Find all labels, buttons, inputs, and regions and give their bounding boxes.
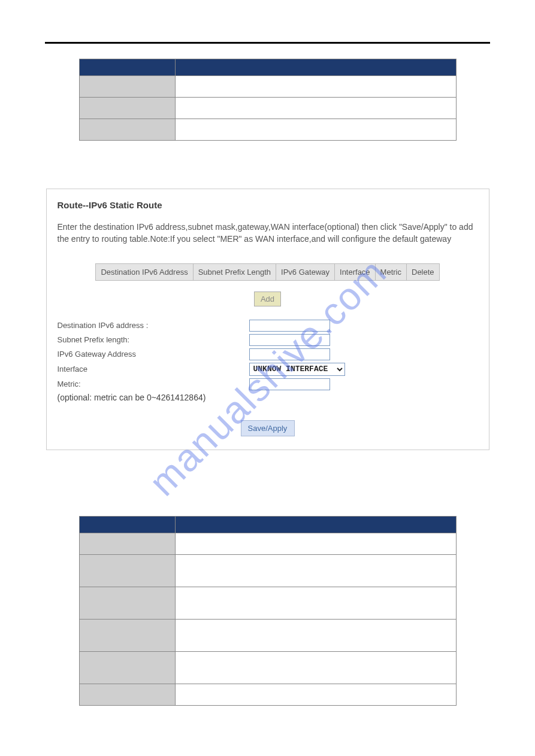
table-cell-desc bbox=[175, 533, 456, 554]
table-cell-desc bbox=[175, 554, 456, 587]
table-cell-desc bbox=[175, 98, 456, 119]
col-header-metric: Metric bbox=[375, 263, 406, 280]
table-cell-field bbox=[79, 619, 175, 651]
page-top-divider bbox=[45, 42, 490, 44]
metric-label: Metric: bbox=[58, 379, 249, 388]
table-cell-field bbox=[79, 684, 175, 705]
table-cell-field bbox=[79, 533, 175, 554]
table-cell-field bbox=[79, 651, 175, 684]
table-cell-field bbox=[79, 554, 175, 587]
table-cell-desc bbox=[175, 76, 456, 98]
add-button[interactable]: Add bbox=[254, 292, 281, 306]
interface-select[interactable]: UNKNOW INTERFACE bbox=[249, 363, 345, 376]
subnet-prefix-label: Subnet Prefix length: bbox=[58, 335, 249, 344]
table-row bbox=[79, 554, 456, 587]
table-cell-field bbox=[79, 119, 175, 141]
table-cell-desc bbox=[175, 651, 456, 684]
table-row bbox=[79, 684, 456, 705]
table-cell-desc bbox=[175, 587, 456, 619]
route-columns-header-table: Destination IPv6 Address Subnet Prefix L… bbox=[95, 263, 439, 281]
panel-title: Route--IPv6 Static Route bbox=[58, 200, 478, 210]
table-header-description bbox=[175, 516, 456, 533]
metric-input[interactable] bbox=[249, 378, 330, 390]
col-header-interface: Interface bbox=[335, 263, 376, 280]
table-row bbox=[79, 76, 456, 98]
table-row bbox=[79, 98, 456, 119]
table-header-field bbox=[79, 59, 175, 76]
table-cell-field bbox=[79, 98, 175, 119]
metric-optional-note: (optional: metric can be 0~4261412864) bbox=[58, 393, 478, 402]
table-row bbox=[79, 651, 456, 684]
table-row bbox=[79, 533, 456, 554]
table-cell-desc bbox=[175, 119, 456, 141]
panel-description: Enter the destination IPv6 address,subne… bbox=[58, 221, 478, 245]
col-header-gateway: IPv6 Gateway bbox=[276, 263, 335, 280]
col-header-delete: Delete bbox=[407, 263, 440, 280]
table-header-field bbox=[79, 516, 175, 533]
table-cell-desc bbox=[175, 684, 456, 705]
save-apply-button[interactable]: Save/Apply bbox=[241, 420, 295, 436]
gateway-address-label: IPv6 Gateway Address bbox=[58, 350, 249, 359]
col-header-destination: Destination IPv6 Address bbox=[96, 263, 193, 280]
field-description-table-top bbox=[79, 59, 457, 141]
field-description-table-bottom bbox=[79, 516, 457, 706]
table-cell-desc bbox=[175, 619, 456, 651]
destination-address-input[interactable] bbox=[249, 320, 330, 332]
col-header-prefix: Subnet Prefix Length bbox=[193, 263, 276, 280]
interface-label: Interface bbox=[58, 365, 249, 374]
table-cell-field bbox=[79, 76, 175, 98]
table-row bbox=[79, 587, 456, 619]
table-row bbox=[79, 619, 456, 651]
route-form: Destination IPv6 address : Subnet Prefix… bbox=[58, 320, 478, 402]
table-cell-field bbox=[79, 587, 175, 619]
ipv6-static-route-panel: Route--IPv6 Static Route Enter the desti… bbox=[46, 189, 489, 450]
gateway-address-input[interactable] bbox=[249, 348, 330, 360]
table-header-description bbox=[175, 59, 456, 76]
destination-address-label: Destination IPv6 address : bbox=[58, 321, 249, 330]
subnet-prefix-input[interactable] bbox=[249, 334, 330, 346]
table-row bbox=[79, 119, 456, 141]
